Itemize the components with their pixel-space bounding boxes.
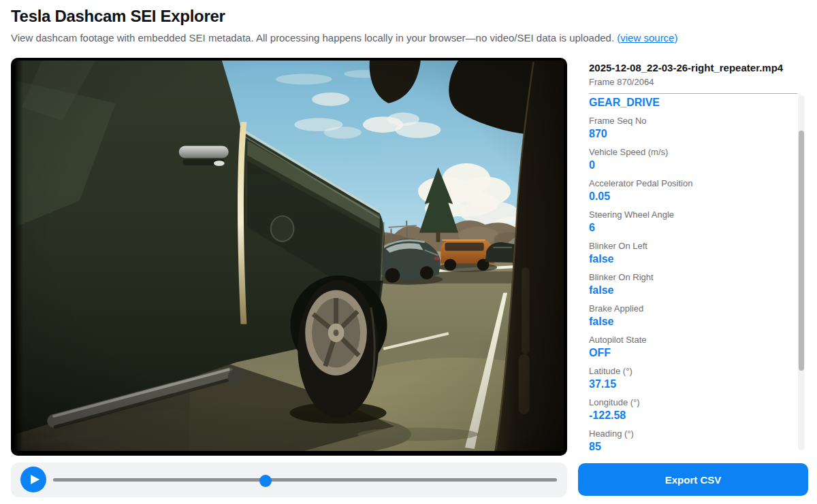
metadata-field: Steering Wheel Angle 6 (589, 209, 781, 235)
metadata-value: 0 (589, 158, 781, 172)
page-subtitle: View dashcam footage with embedded SEI m… (11, 32, 677, 44)
metadata-field: Heading (°) 85 (589, 429, 781, 452)
play-icon (31, 475, 39, 484)
dashcam-video-frame (11, 58, 567, 456)
metadata-field: Longitude (°) -122.58 (589, 397, 781, 422)
metadata-value: 37.15 (589, 377, 781, 391)
metadata-value: false (589, 315, 781, 329)
metadata-label: Longitude (°) (589, 397, 781, 408)
metadata-field: Latitude (°) 37.15 (589, 366, 781, 391)
metadata-field: Brake Applied false (589, 303, 781, 329)
play-button[interactable] (20, 467, 46, 492)
timeline-thumb[interactable] (259, 475, 272, 487)
metadata-field: Blinker On Left false (589, 241, 781, 266)
scrollbar-thumb[interactable] (799, 131, 804, 371)
player-controls (11, 463, 567, 497)
dashcam-scene (15, 61, 564, 451)
metadata-value: false (589, 252, 781, 266)
metadata-label: Accelerator Pedal Position (589, 178, 781, 189)
timeline-slider[interactable] (53, 478, 557, 482)
page-title: Tesla Dashcam SEI Explorer (11, 7, 225, 26)
metadata-value: 85 (589, 440, 781, 452)
vignette (15, 61, 564, 451)
metadata-field: Autopilot State OFF (589, 335, 781, 360)
export-csv-button[interactable]: Export CSV (578, 463, 808, 496)
subtitle-text: View dashcam footage with embedded SEI m… (11, 32, 617, 44)
metadata-value: 6 (589, 221, 781, 235)
metadata-field: Vehicle Speed (m/s) 0 (589, 147, 781, 172)
metadata-value: 870 (589, 127, 781, 141)
metadata-value: false (589, 284, 781, 297)
metadata-value: 0.05 (589, 190, 781, 203)
metadata-label: Brake Applied (589, 303, 781, 314)
video-filename: 2025-12-08_22-03-26-right_repeater.mp4 (589, 62, 797, 74)
left-edge-shade (15, 61, 23, 451)
metadata-label: Blinker On Left (589, 241, 781, 252)
metadata-field: Accelerator Pedal Position 0.05 (589, 178, 781, 203)
metadata-sidebar: 2025-12-08_22-03-26-right_repeater.mp4 F… (578, 58, 808, 461)
metadata-field: Frame Seq No 870 (589, 116, 781, 141)
metadata-label: Heading (°) (589, 429, 781, 439)
view-source-link[interactable]: view source (620, 32, 674, 44)
metadata-value: -122.58 (589, 409, 781, 422)
metadata-label: Vehicle Speed (m/s) (589, 147, 781, 158)
metadata-value: OFF (589, 346, 781, 360)
metadata-field: Blinker On Right false (589, 272, 781, 297)
metadata-list[interactable]: GEAR_DRIVE Frame Seq No 870 Vehicle Spee… (578, 94, 808, 452)
metadata-label: Latitude (°) (589, 366, 781, 377)
metadata-label: Autopilot State (589, 335, 781, 346)
metadata-label: Frame Seq No (589, 116, 781, 127)
sidebar-header: 2025-12-08_22-03-26-right_repeater.mp4 F… (578, 58, 808, 94)
metadata-value: GEAR_DRIVE (589, 96, 781, 110)
frame-counter: Frame 870/2064 (589, 77, 797, 87)
metadata-label: Steering Wheel Angle (589, 209, 781, 220)
subtitle-paren-close: ) (674, 32, 677, 44)
metadata-field: GEAR_DRIVE (589, 96, 781, 110)
metadata-label: Blinker On Right (589, 272, 781, 283)
